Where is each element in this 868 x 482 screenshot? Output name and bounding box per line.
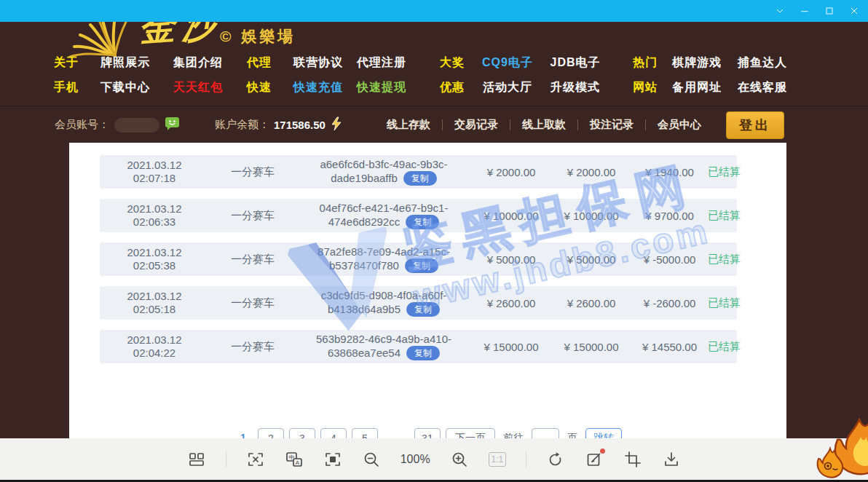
nav-agent[interactable]: 代理 (247, 55, 272, 71)
nav-quick-withdraw[interactable]: 快速提现 (357, 80, 406, 95)
minimize-icon[interactable] (798, 4, 811, 17)
goto-label: 前往 (500, 428, 526, 438)
account-label: 会员账号： (55, 118, 109, 132)
status-settled: 已结算 (708, 209, 737, 223)
table-row: 2021.03.1202:07:18 一分赛车 a6e6fc6d-b3fc-49… (100, 155, 737, 189)
cell-order-id: c3dc9fd5-d908-4f0a-a60f- b4138d64a9b5 复制 (296, 289, 471, 317)
cell-order-id: 563b9282-46c9-4a9b-a410- 63868ea7ee54 复制 (296, 333, 471, 360)
rotate-icon[interactable] (546, 450, 565, 469)
chat-bubble-icon[interactable] (165, 116, 180, 134)
member-bar: 会员账号： 账户余额： 171586.50 (0, 106, 868, 143)
cell-win-loss: ¥ 9700.00 (631, 210, 708, 222)
one-to-one-icon[interactable]: 1:1 (489, 452, 507, 467)
status-settled: 已结算 (708, 165, 737, 179)
nav-fishing-master[interactable]: 捕鱼达人 (738, 55, 787, 71)
pagination: 1 2 3 4 5 31 下一页 前往 页 跳转 (69, 428, 786, 438)
copy-button[interactable]: 复制 (406, 215, 439, 229)
close-icon[interactable] (848, 4, 861, 17)
nav-quick-deposit[interactable]: 快速充值 (293, 80, 343, 95)
cell-valid-amount: ¥ 10000.00 (551, 210, 631, 222)
cell-order-id: 04ef76cf-e421-4e67-b9c1- 474e6d8292cc 复制 (296, 202, 471, 229)
status-settled: 已结算 (708, 253, 737, 266)
table-row: 2021.03.1202:05:38 一分赛车 87a2fe88-7e09-4a… (100, 242, 737, 276)
link-transaction-history[interactable]: 交易记录 (443, 118, 510, 132)
nav-license-display[interactable]: 牌照展示 (100, 55, 150, 71)
zoom-level[interactable]: 100% (401, 453, 430, 466)
copy-button[interactable]: 复制 (405, 258, 438, 273)
nav-jdb-games[interactable]: JDB电子 (550, 55, 600, 71)
nav-upgrade-mode[interactable]: 升级模式 (551, 80, 600, 95)
copy-button[interactable]: 复制 (406, 346, 440, 360)
nav-about[interactable]: 关于 (54, 55, 79, 71)
cell-datetime: 2021.03.1202:07:18 (100, 159, 209, 185)
nav-jackpot[interactable]: 大奖 (440, 55, 465, 71)
maximize-icon[interactable] (823, 4, 836, 17)
chevron-down-icon[interactable] (773, 4, 786, 17)
site-page: 金沙 © 娛樂場 关于 牌照展示 集团介绍 代理 联营协议 代理注册 大奖 CQ… (0, 22, 868, 438)
records-table: 2021.03.1202:07:18 一分赛车 a6e6fc6d-b3fc-49… (100, 155, 737, 374)
nav-group-intro[interactable]: 集团介绍 (173, 55, 223, 71)
cell-game: 一分赛车 (209, 340, 296, 354)
layout-icon[interactable] (187, 450, 206, 469)
logout-button[interactable]: 登出 (726, 111, 784, 139)
cell-win-loss: ¥ 14550.00 (631, 341, 708, 353)
nav-backup-url[interactable]: 备用网址 (672, 80, 722, 95)
nav-affiliate[interactable]: 联营协议 (293, 55, 343, 71)
cell-win-loss: ¥ -2600.00 (631, 297, 708, 309)
nav-promotions[interactable]: 优惠 (440, 80, 465, 95)
logo-script-text: 金沙 (137, 22, 224, 53)
link-member-center[interactable]: 会员中心 (646, 118, 713, 132)
goto-page-input[interactable] (532, 428, 559, 438)
nav-online-service[interactable]: 在线客服 (738, 80, 787, 95)
crop-icon[interactable] (623, 450, 642, 469)
page-4[interactable]: 4 (320, 428, 347, 438)
nav-quick[interactable]: 快速 (247, 80, 272, 95)
table-row: 2021.03.1202:04:22 一分赛车 563b9282-46c9-4a… (100, 330, 737, 363)
zoom-out-icon[interactable] (362, 450, 381, 469)
cell-valid-amount: ¥ 5000.00 (551, 253, 631, 266)
page-2[interactable]: 2 (258, 428, 284, 438)
cell-game: 一分赛车 (209, 209, 296, 223)
link-online-deposit[interactable]: 线上存款 (375, 118, 442, 132)
nav-download-center[interactable]: 下载中心 (100, 80, 150, 95)
copy-button[interactable]: 复制 (406, 302, 440, 317)
download-icon[interactable] (662, 450, 681, 469)
cell-game: 一分赛车 (209, 165, 296, 179)
nav-daily-red-packet[interactable]: 天天红包 (173, 80, 223, 95)
nav-cq9-games[interactable]: CQ9电子 (482, 55, 533, 71)
toolbar-divider (526, 451, 526, 467)
translate-icon[interactable]: 中 A (285, 450, 304, 469)
page-3[interactable]: 3 (289, 428, 315, 438)
ocr-icon[interactable] (246, 450, 265, 469)
zoom-in-icon[interactable] (450, 450, 469, 469)
copy-button[interactable]: 复制 (403, 171, 437, 186)
link-online-withdraw[interactable]: 线上取款 (510, 118, 577, 132)
fit-screen-icon[interactable] (323, 450, 342, 469)
jump-button[interactable]: 跳转 (585, 428, 622, 438)
member-balance: 账户余额： 171586.50 (215, 106, 343, 143)
image-viewer-toolbar: 中 A 100% 1:1 (0, 438, 868, 482)
page-current[interactable]: 1 (234, 428, 253, 438)
member-account: 会员账号： (55, 106, 180, 143)
window-controls (773, 0, 861, 22)
cell-bet-amount: ¥ 2600.00 (471, 297, 551, 309)
nav-agent-register[interactable]: 代理注册 (357, 55, 406, 71)
nav-hot[interactable]: 热门 (633, 55, 658, 71)
lightning-refresh-icon[interactable] (330, 116, 343, 134)
cell-valid-amount: ¥ 15000.00 (551, 341, 631, 353)
page-last[interactable]: 31 (414, 428, 441, 438)
cell-order-id: a6e6fc6d-b3fc-49ac-9b3c- dade19baaffb 复制 (296, 158, 471, 186)
nav-mobile[interactable]: 手机 (54, 80, 79, 95)
balance-label: 账户余额： (215, 118, 269, 132)
page-5[interactable]: 5 (352, 428, 378, 438)
edit-badge (600, 449, 605, 454)
nav-website[interactable]: 网站 (633, 80, 658, 95)
next-page-button[interactable]: 下一页 (446, 428, 495, 438)
nav-chess-games[interactable]: 棋牌游戏 (672, 55, 722, 71)
cell-datetime: 2021.03.1202:05:38 (100, 246, 209, 272)
nav-activity-hall[interactable]: 活动大厅 (483, 80, 532, 95)
cell-datetime: 2021.03.1202:06:33 (100, 202, 209, 229)
edit-icon[interactable] (585, 450, 604, 469)
link-bet-records[interactable]: 投注记录 (578, 118, 645, 132)
app-window: 金沙 © 娛樂場 关于 牌照展示 集团介绍 代理 联营协议 代理注册 大奖 CQ… (0, 0, 868, 482)
